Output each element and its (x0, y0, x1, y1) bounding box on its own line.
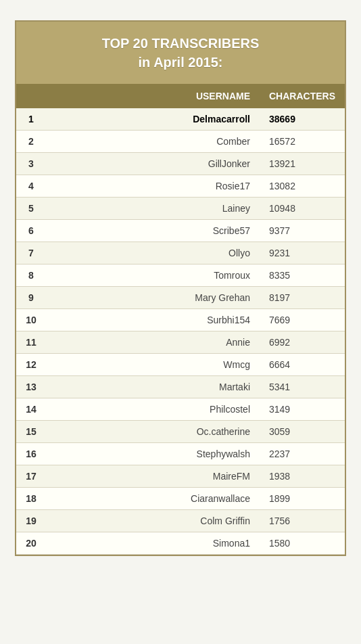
username-cell: Martaki (46, 376, 260, 398)
characters-cell: 3059 (260, 421, 345, 443)
username-cell: Ciaranwallace (46, 488, 260, 510)
rank-cell: 13 (16, 376, 46, 398)
rank-cell: 19 (16, 510, 46, 532)
username-cell: Lainey (46, 198, 260, 220)
rank-cell: 6 (16, 220, 46, 242)
characters-cell: 8335 (260, 264, 345, 287)
table-header-row: USERNAME CHARACTERS (16, 84, 345, 108)
table-row: 16Stephywalsh2237 (16, 443, 345, 465)
username-cell: Scribe57 (46, 220, 260, 242)
table-row: 7Ollyo9231 (16, 242, 345, 264)
title-line2: in April 2015: (139, 55, 223, 70)
table-row: 19Colm Griffin1756 (16, 510, 345, 532)
username-cell: MaireFM (46, 465, 260, 488)
table-row: 12Wmcg6664 (16, 354, 345, 376)
characters-cell: 9377 (260, 220, 345, 242)
characters-cell: 3149 (260, 398, 345, 421)
username-cell: Philcostel (46, 398, 260, 421)
rank-cell: 12 (16, 354, 46, 376)
username-cell: Rosie17 (46, 175, 260, 198)
username-column-header: USERNAME (46, 84, 260, 108)
rank-cell: 20 (16, 532, 46, 555)
username-cell: Mary Grehan (46, 287, 260, 309)
table-row: 11Annie6992 (16, 331, 345, 354)
rank-cell: 17 (16, 465, 46, 488)
characters-cell: 9231 (260, 242, 345, 264)
characters-cell: 38669 (260, 108, 345, 131)
characters-cell: 1938 (260, 465, 345, 488)
table-row: 3GillJonker13921 (16, 153, 345, 175)
characters-cell: 8197 (260, 287, 345, 309)
username-cell: Surbhi154 (46, 309, 260, 331)
username-cell: GillJonker (46, 153, 260, 175)
characters-cell: 1580 (260, 532, 345, 555)
table-row: 6Scribe579377 (16, 220, 345, 242)
card-title: TOP 20 TRANSCRIBERS in April 2015: (30, 34, 331, 72)
rank-cell: 9 (16, 287, 46, 309)
table-row: 17MaireFM1938 (16, 465, 345, 488)
characters-cell: 10948 (260, 198, 345, 220)
rank-cell: 1 (16, 108, 46, 131)
leaderboard-table: USERNAME CHARACTERS 1Delmacarroll386692C… (16, 84, 345, 555)
leaderboard-card: TOP 20 TRANSCRIBERS in April 2015: USERN… (15, 20, 346, 556)
rank-cell: 11 (16, 331, 46, 354)
table-row: 4Rosie1713082 (16, 175, 345, 198)
table-row: 20Simona11580 (16, 532, 345, 555)
characters-cell: 7669 (260, 309, 345, 331)
characters-column-header: CHARACTERS (260, 84, 345, 108)
username-cell: Delmacarroll (46, 108, 260, 131)
table-row: 18Ciaranwallace1899 (16, 488, 345, 510)
username-cell: Oc.catherine (46, 421, 260, 443)
characters-cell: 6664 (260, 354, 345, 376)
rank-cell: 16 (16, 443, 46, 465)
characters-cell: 1756 (260, 510, 345, 532)
table-body: 1Delmacarroll386692Comber165723GillJonke… (16, 108, 345, 555)
username-cell: Annie (46, 331, 260, 354)
table-container: USERNAME CHARACTERS 1Delmacarroll386692C… (16, 84, 345, 555)
rank-cell: 5 (16, 198, 46, 220)
rank-cell: 18 (16, 488, 46, 510)
rank-cell: 3 (16, 153, 46, 175)
table-row: 8Tomroux8335 (16, 264, 345, 287)
table-row: 14Philcostel3149 (16, 398, 345, 421)
characters-cell: 13921 (260, 153, 345, 175)
rank-cell: 4 (16, 175, 46, 198)
characters-cell: 1899 (260, 488, 345, 510)
characters-cell: 5341 (260, 376, 345, 398)
characters-cell: 16572 (260, 131, 345, 153)
characters-cell: 2237 (260, 443, 345, 465)
rank-cell: 8 (16, 264, 46, 287)
username-cell: Tomroux (46, 264, 260, 287)
rank-cell: 15 (16, 421, 46, 443)
rank-cell: 10 (16, 309, 46, 331)
username-cell: Simona1 (46, 532, 260, 555)
rank-cell: 7 (16, 242, 46, 264)
title-line1: TOP 20 TRANSCRIBERS (102, 36, 260, 51)
rank-column-header (16, 84, 46, 108)
username-cell: Wmcg (46, 354, 260, 376)
table-row: 10Surbhi1547669 (16, 309, 345, 331)
card-header: TOP 20 TRANSCRIBERS in April 2015: (16, 22, 345, 84)
table-row: 1Delmacarroll38669 (16, 108, 345, 131)
username-cell: Colm Griffin (46, 510, 260, 532)
table-row: 13Martaki5341 (16, 376, 345, 398)
table-row: 5Lainey10948 (16, 198, 345, 220)
table-row: 15Oc.catherine3059 (16, 421, 345, 443)
table-row: 9Mary Grehan8197 (16, 287, 345, 309)
rank-cell: 2 (16, 131, 46, 153)
username-cell: Ollyo (46, 242, 260, 264)
characters-cell: 6992 (260, 331, 345, 354)
table-row: 2Comber16572 (16, 131, 345, 153)
username-cell: Stephywalsh (46, 443, 260, 465)
username-cell: Comber (46, 131, 260, 153)
rank-cell: 14 (16, 398, 46, 421)
characters-cell: 13082 (260, 175, 345, 198)
